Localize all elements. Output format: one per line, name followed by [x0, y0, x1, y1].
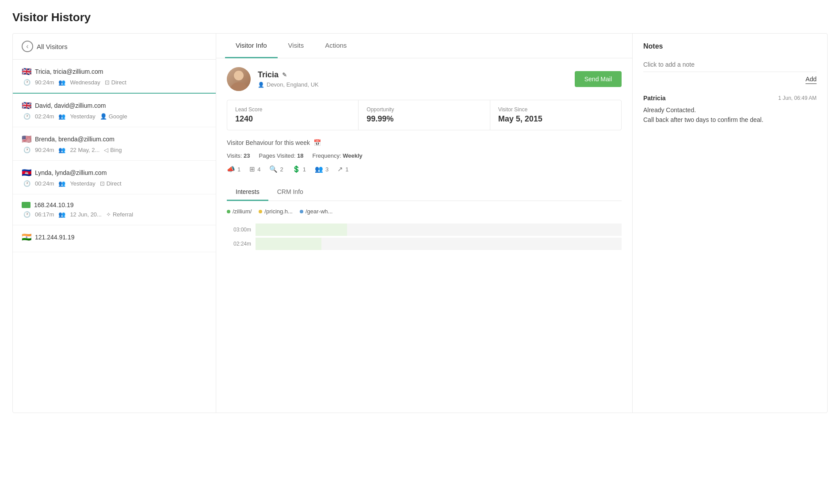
add-note-button[interactable]: Add [806, 76, 817, 84]
visitor-name: Brenda, brenda@zillium.com [35, 136, 115, 143]
stat-lead-score: Lead Score 1240 [227, 100, 359, 130]
visitor-item[interactable]: 🇮🇳 121.244.91.19 [13, 225, 216, 252]
visitor-item[interactable]: 🇬🇧 Tricia, tricia@zillium.com 🕐90:24m 👥W… [13, 60, 216, 94]
chart-bar-2 [256, 238, 321, 250]
avatar [227, 67, 251, 91]
chart-row-1: 03:00m [227, 224, 622, 236]
share-count: 1 [345, 166, 348, 173]
left-panel: All Visitors 🇬🇧 Tricia, tricia@zillium.c… [13, 34, 216, 413]
source-tag: ◁Bing [104, 147, 122, 153]
visitor-name-row: 🇬🇧 Tricia, tricia@zillium.com [22, 67, 207, 76]
visitor-item[interactable]: 168.244.10.19 🕐06:17m 👥12 Jun, 20... ✧Re… [13, 194, 216, 225]
people-icon: 👥 [58, 79, 65, 86]
tab-content-visitor-info: Tricia ✎ 👤 Devon, England, UK Send Mail … [216, 58, 632, 261]
tab-visitor-info[interactable]: Visitor Info [225, 34, 278, 58]
visitor-name-row: 168.244.10.19 [22, 201, 207, 208]
visits-summary: Visits: 23 [227, 152, 250, 159]
search-count: 2 [280, 166, 283, 173]
search-icon: 🔍 [269, 165, 278, 173]
campaign-icon: 📣 [227, 165, 235, 173]
edit-icon[interactable]: ✎ [282, 72, 287, 78]
clock-icon: 🕐 [23, 147, 31, 153]
subtab-interests[interactable]: Interests [227, 184, 268, 201]
interest-zillium: /zillium/ [227, 208, 252, 215]
visitor-since-label: Visitor Since [498, 106, 613, 113]
subtab-crm-info[interactable]: CRM Info [268, 184, 312, 201]
dot-green [227, 210, 230, 213]
calendar-icon[interactable]: 📅 [313, 139, 321, 146]
subtabs: Interests CRM Info [227, 184, 622, 201]
campaign-count: 1 [237, 166, 241, 173]
behaviour-label: Visitor Behaviour for this week [227, 139, 310, 146]
source-label: Bing [110, 147, 122, 153]
flag-icon: 🇰🇭 [22, 168, 31, 178]
duration: 06:17m [35, 211, 54, 218]
back-nav[interactable]: All Visitors [13, 34, 216, 60]
users-count: 3 [325, 166, 328, 173]
chart-bar-container-1 [256, 224, 622, 236]
visitor-name: Lynda, lynda@zillium.com [35, 169, 107, 176]
notes-input[interactable] [643, 57, 817, 72]
flag-icon [22, 202, 31, 208]
duration: 90:24m [35, 79, 54, 86]
interest-zillium-path: /zillium/ [233, 208, 252, 215]
interest-gear: /gear-wh... [300, 208, 332, 215]
source-icon: ◁ [104, 147, 108, 153]
chart-bar-container-2 [256, 238, 622, 250]
chart-label-1: 03:00m [227, 227, 251, 233]
duration: 02:24m [35, 113, 54, 120]
source-label: Referral [113, 211, 133, 218]
beh-campaign: 📣 1 [227, 165, 241, 173]
right-panel: Notes Add Patricia 1 Jun, 06:49 AM Alrea… [633, 34, 827, 413]
tab-actions[interactable]: Actions [314, 34, 357, 58]
dollar-count: 1 [303, 166, 306, 173]
clock-icon: 🕐 [23, 211, 31, 218]
note-time: 1 Jun, 06:49 AM [778, 95, 817, 101]
visitor-item[interactable]: 🇺🇸 Brenda, brenda@zillium.com 🕐90:24m 👥2… [13, 127, 216, 161]
pages-icon: ⊞ [249, 165, 255, 173]
clock-icon: 🕐 [23, 113, 31, 120]
frequency-summary: Frequency: Weekly [313, 152, 363, 159]
note-entry: Patricia 1 Jun, 06:49 AM Already Contact… [643, 95, 817, 125]
send-mail-button[interactable]: Send Mail [575, 71, 622, 87]
chart-label-2: 02:24m [227, 241, 251, 247]
visitor-name-row: 🇺🇸 Brenda, brenda@zillium.com [22, 134, 207, 144]
date: Yesterday [70, 113, 95, 120]
flag-icon: 🇺🇸 [22, 134, 31, 144]
chart-area: 03:00m 02:24m [227, 224, 622, 250]
source-icon: 👤 [100, 113, 107, 120]
visitor-location-text: Devon, England, UK [267, 81, 319, 88]
visitor-since-value: May 5, 2015 [498, 114, 613, 124]
source-tag: 👤Google [100, 113, 127, 120]
tab-visits[interactable]: Visits [278, 34, 315, 58]
interest-pricing: /pricing.h... [259, 208, 293, 215]
visitor-name-row: 🇰🇭 Lynda, lynda@zillium.com [22, 168, 207, 178]
behaviour-header: Visitor Behaviour for this week 📅 [227, 139, 622, 146]
share-icon: ↗ [337, 165, 343, 173]
beh-search: 🔍 2 [269, 165, 283, 173]
visitor-item[interactable]: 🇬🇧 David, david@zillium.com 🕐02:24m 👥Yes… [13, 94, 216, 127]
lead-score-value: 1240 [235, 114, 350, 124]
source-tag: ✧Referral [106, 211, 133, 218]
note-text: Already Contacted. Call back after two d… [643, 105, 817, 125]
dot-blue [300, 210, 303, 213]
visitor-list: 🇬🇧 Tricia, tricia@zillium.com 🕐90:24m 👥W… [13, 60, 216, 252]
date: Yesterday [70, 180, 95, 187]
people-icon: 👥 [58, 211, 65, 218]
visitor-name-row: 🇮🇳 121.244.91.19 [22, 232, 207, 242]
source-icon: ⊡ [105, 79, 110, 86]
chart-bar-1 [256, 224, 347, 236]
source-tag: ⊡Direct [100, 180, 122, 187]
beh-dollar: 💲 1 [292, 165, 306, 173]
notes-header: Notes [643, 42, 817, 50]
note-meta: Patricia 1 Jun, 06:49 AM [643, 95, 817, 102]
visitor-name-text: Tricia [258, 70, 279, 80]
stat-opportunity: Opportunity 99.99% [359, 100, 490, 130]
stat-visitor-since: Visitor Since May 5, 2015 [490, 100, 621, 130]
duration: 00:24m [35, 180, 54, 187]
note-author: Patricia [643, 95, 666, 102]
middle-panel: Visitor Info Visits Actions Tricia ✎ [216, 34, 633, 413]
date: 12 Jun, 20... [70, 211, 102, 218]
visitor-item[interactable]: 🇰🇭 Lynda, lynda@zillium.com 🕐00:24m 👥Yes… [13, 161, 216, 194]
source-label: Direct [111, 79, 126, 86]
